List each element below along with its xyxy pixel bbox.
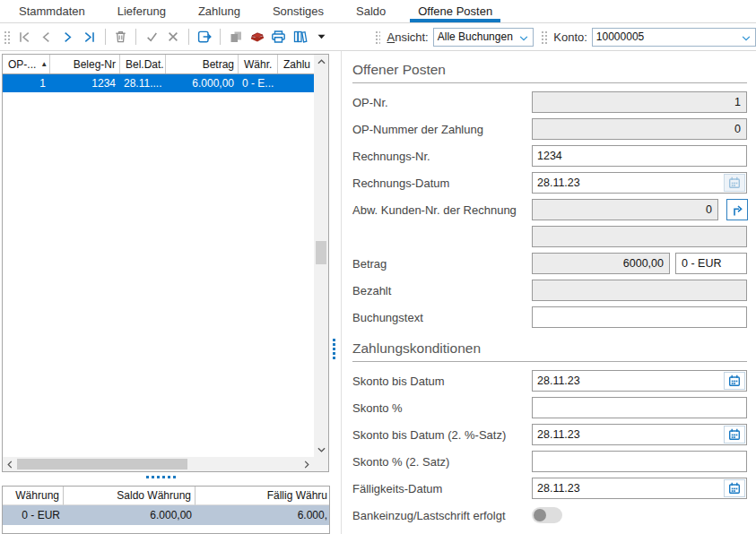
view-select[interactable]: Alle Buchungen: [433, 28, 534, 47]
scroll-up-icon[interactable]: [314, 55, 328, 69]
section-title-zahlungskonditionen: Zahlungskonditionen: [352, 340, 747, 362]
delete-button[interactable]: [111, 27, 131, 47]
invoice-date-calendar-button[interactable]: [724, 174, 745, 192]
due-date-calendar-button[interactable]: [724, 479, 745, 497]
next-record-button[interactable]: [58, 27, 78, 47]
reports-button[interactable]: [291, 27, 310, 47]
open-items-window: Stammdaten Lieferung Zahlung Sonstiges S…: [0, 0, 756, 534]
toolbar-more-dropdown[interactable]: [312, 27, 332, 47]
discount-date-2-field[interactable]: [532, 424, 747, 445]
open-customer-button[interactable]: [726, 199, 748, 220]
tab-sonstiges[interactable]: Sonstiges: [265, 0, 332, 22]
toolbar-separator: [135, 29, 136, 45]
post-icon: [197, 30, 213, 44]
chevron-down-icon: [518, 33, 529, 44]
due-date-label: Fälligkeits-Datum: [352, 482, 532, 495]
column-header-op-nr[interactable]: OP-...▲: [3, 55, 50, 73]
toolbar-separator: [220, 29, 221, 45]
discount-date-1-label: Skonto bis Datum: [352, 375, 532, 388]
cell-saldo-waehrung: 6.000,00: [64, 505, 196, 525]
first-record-button[interactable]: [15, 27, 35, 47]
tab-saldo[interactable]: Saldo: [348, 0, 394, 22]
invoice-nr-field[interactable]: [532, 145, 747, 167]
discount-date-1-field[interactable]: [532, 370, 747, 392]
discount-pct-2-field[interactable]: [532, 451, 747, 472]
drag-grip-icon[interactable]: [374, 30, 381, 45]
discount-date-2-label: Skonto bis Datum (2. %-Satz): [352, 428, 532, 442]
tab-offene-posten[interactable]: Offene Posten: [410, 0, 500, 22]
sort-asc-icon: ▲: [40, 60, 48, 68]
tab-zahlung[interactable]: Zahlung: [190, 0, 248, 22]
detail-form: Offener Posten OP-Nr. OP-Nummer der Zahl…: [342, 51, 756, 534]
hscroll-thumb[interactable]: [17, 459, 187, 469]
grid-header-row: OP-...▲ Beleg-Nr Bel.Dat. Betrag Währ. Z…: [3, 55, 314, 74]
trash-icon: [114, 30, 127, 44]
invoice-date-label: Rechnungs-Datum: [352, 177, 532, 190]
direct-debit-toggle[interactable]: [532, 507, 562, 523]
cell-op-nr: 1: [3, 74, 50, 92]
cell-faellig-waehrung: 6.000,: [196, 505, 329, 525]
column-header-bel-dat[interactable]: Bel.Dat.: [120, 55, 166, 73]
print-button[interactable]: [269, 27, 289, 47]
calendar-icon: [728, 375, 741, 387]
column-header-waehr[interactable]: Währ.: [239, 55, 278, 73]
last-record-button[interactable]: [80, 27, 100, 47]
column-header-beleg-nr[interactable]: Beleg-Nr: [50, 55, 120, 73]
first-record-icon: [18, 30, 31, 44]
amount-label: Betrag: [352, 257, 532, 271]
cell-waehrung: 0 - EUR: [3, 505, 64, 525]
drag-grip-icon[interactable]: [540, 30, 547, 45]
panel-splitter[interactable]: [333, 339, 335, 359]
view-select-value: Alle Buchungen: [438, 30, 513, 43]
discount-pct-1-field[interactable]: [532, 397, 747, 418]
discount-date-1-calendar-button[interactable]: [724, 372, 745, 390]
copy-icon: [229, 30, 243, 44]
toolbar-separator: [188, 29, 189, 45]
drag-grip-icon[interactable]: [3, 30, 10, 45]
column-header-saldo-waehrung[interactable]: Saldo Währung: [64, 487, 196, 505]
account-select[interactable]: 10000005: [592, 28, 756, 47]
table-splitter[interactable]: [146, 476, 176, 478]
calendar-icon: [728, 482, 741, 495]
column-header-faellig-waehrung[interactable]: Fällig Währu: [196, 487, 329, 505]
summary-row[interactable]: 0 - EUR 6.000,00 6.000,: [3, 505, 329, 525]
scroll-down-icon[interactable]: [314, 443, 328, 457]
cell-betrag: 6.000,00: [166, 74, 239, 92]
column-header-waehrung[interactable]: Währung: [3, 487, 64, 505]
grid-vscrollbar[interactable]: [314, 55, 328, 457]
discount-date-2-calendar-button[interactable]: [724, 426, 745, 444]
posting-text-field[interactable]: [532, 306, 747, 328]
vscroll-thumb[interactable]: [316, 241, 326, 264]
post-record-button[interactable]: [195, 27, 214, 47]
amount-currency-field: 0 - EUR: [675, 253, 747, 274]
chevron-down-icon: [741, 33, 752, 44]
paid-field: [532, 280, 747, 301]
cell-waehr: 0 - E...: [239, 74, 278, 92]
account-select-value: 10000005: [596, 30, 644, 43]
deviating-customer-field: [532, 199, 718, 220]
grid-row-selected[interactable]: 1 1234 28.11.... 6.000,00 0 - E...: [3, 74, 314, 92]
copy-button[interactable]: [226, 27, 246, 47]
due-date-field[interactable]: [532, 478, 747, 499]
summary-header-row: Währung Saldo Währung Fällig Währu: [3, 487, 329, 505]
confirm-button[interactable]: [142, 27, 161, 47]
last-record-icon: [83, 30, 96, 44]
toggle-knob-icon: [534, 509, 546, 521]
cancel-button[interactable]: [163, 27, 183, 47]
grid-hscrollbar[interactable]: [3, 457, 314, 471]
reports-books-icon: [292, 30, 308, 44]
view-label: Ansicht:: [387, 30, 428, 44]
column-header-zahlung[interactable]: Zahlu: [278, 55, 314, 73]
tab-bar: Stammdaten Lieferung Zahlung Sonstiges S…: [0, 0, 756, 23]
currency-summary-table: Währung Saldo Währung Fällig Währu 0 - E…: [2, 486, 330, 534]
tab-stammdaten[interactable]: Stammdaten: [11, 0, 93, 22]
scroll-left-icon[interactable]: [3, 457, 17, 471]
column-header-betrag[interactable]: Betrag: [166, 55, 239, 73]
calendar-icon: [728, 428, 741, 441]
scroll-right-icon[interactable]: [300, 457, 314, 471]
calendar-icon: [728, 177, 741, 189]
previous-record-button[interactable]: [37, 27, 56, 47]
tab-lieferung[interactable]: Lieferung: [109, 0, 174, 22]
journal-button[interactable]: [248, 27, 267, 47]
invoice-date-field[interactable]: [532, 172, 747, 194]
